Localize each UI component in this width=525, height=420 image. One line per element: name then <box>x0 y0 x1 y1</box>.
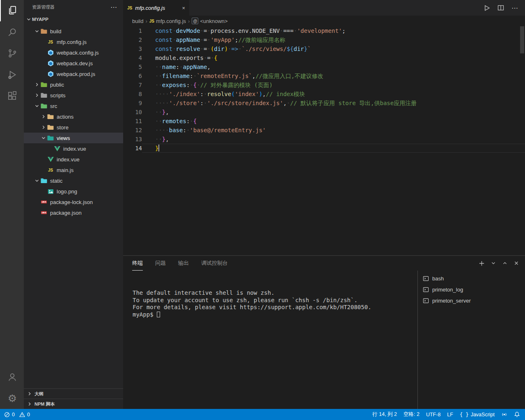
tree-item-package.json[interactable]: package.json <box>24 207 123 218</box>
code-line-13[interactable]: 13··}, <box>123 135 525 144</box>
tab-label: mfp.config.js <box>135 5 165 11</box>
tree-item-src[interactable]: src <box>24 101 123 111</box>
section-npm-scripts[interactable]: NPM 脚本 <box>24 399 123 409</box>
section-outline[interactable]: 大纲 <box>24 388 123 399</box>
line-content: ··remotes:·{ <box>142 117 525 126</box>
tree-item-build[interactable]: build <box>24 26 123 37</box>
tree-item-label: index.vue <box>57 156 80 163</box>
js-icon: JS <box>47 168 54 172</box>
breadcrumb-item-file[interactable]: JS mfp.config.js <box>149 18 186 24</box>
code-line-12[interactable]: 12····base:·'base@/remoteEntry.js' <box>123 126 525 135</box>
language-mode[interactable]: { } JavaScript <box>460 412 495 418</box>
code-line-3[interactable]: 3const·resolve·=·(dir)·=>·`./src/views/$… <box>123 44 525 53</box>
terminal-prompt: myApp$ <box>133 311 157 318</box>
breadcrumb-item-symbol[interactable]: @ <unknown> <box>192 18 227 24</box>
panel-tab-输出[interactable]: 输出 <box>178 256 189 271</box>
tree-item-views[interactable]: views <box>24 133 123 143</box>
code-line-6[interactable]: 6··filename:·`remoteEntry.js`,//微应用入口,不建… <box>123 71 525 80</box>
code-line-10[interactable]: 10··}, <box>123 108 525 117</box>
gear-icon: ⚙ <box>8 393 17 404</box>
terminal-instance-bash[interactable]: bash <box>418 273 525 284</box>
terminal-dropdown-icon[interactable] <box>491 260 496 266</box>
scrollbar-thumb[interactable] <box>520 26 524 53</box>
tree-item-public[interactable]: public <box>24 79 123 90</box>
tree-item-label: build <box>50 28 61 34</box>
folder-src-icon <box>40 103 48 109</box>
tree-item-webpack.dev.js[interactable]: webpack.dev.js <box>24 58 123 69</box>
tree-item-index.vue[interactable]: index.vue <box>24 154 123 165</box>
tree-item-store[interactable]: store <box>24 122 123 133</box>
tree-item-package-lock.json[interactable]: package-lock.json <box>24 197 123 207</box>
bottom-panel: 终端问题输出调试控制台 <box>123 255 525 409</box>
problems-status[interactable]: 0 0 <box>4 412 30 418</box>
tree-item-webpack.config.js[interactable]: webpack.config.js <box>24 47 123 58</box>
panel-tab-调试控制台[interactable]: 调试控制台 <box>201 256 228 271</box>
code-line-1[interactable]: 1const·devMode·=·process.env.NODE_ENV·==… <box>123 26 525 35</box>
status-left: 0 0 <box>4 412 30 418</box>
code-editor[interactable]: 1const·devMode·=·process.env.NODE_ENV·==… <box>123 26 525 255</box>
terminal-output[interactable]: The default interactive shell is now zsh… <box>123 271 417 409</box>
tree-item-main.js[interactable]: JSmain.js <box>24 165 123 175</box>
sidebar-item-source-control[interactable] <box>0 43 24 64</box>
folder-static-icon <box>40 178 48 184</box>
tree-item-webpack.prod.js[interactable]: webpack.prod.js <box>24 69 123 79</box>
account-button[interactable] <box>0 366 24 388</box>
explorer-title: 资源管理器 <box>32 4 55 10</box>
breadcrumb-item-build[interactable]: build <box>132 18 143 24</box>
code-line-7[interactable]: 7··exposes:·{·// 对外暴露的模块 (页面) <box>123 80 525 90</box>
code-line-8[interactable]: 8····'./index':·resolve('index'),// inde… <box>123 90 525 99</box>
run-file-button[interactable] <box>483 5 490 11</box>
terminal-instance-label: primeton_log <box>432 287 463 293</box>
editor-scrollbar[interactable] <box>519 26 525 255</box>
line-content: ··}, <box>142 135 525 144</box>
explorer-more-actions-icon[interactable]: ⋯ <box>110 3 117 11</box>
tree-item-label: index.vue <box>63 146 86 152</box>
new-terminal-button[interactable] <box>479 260 485 266</box>
code-line-9[interactable]: 9····'./store':·'./src/store/index.js',·… <box>123 99 525 108</box>
sidebar-item-extensions[interactable] <box>0 85 24 107</box>
terminal-instance-primeton_log[interactable]: primeton_log <box>418 284 525 295</box>
code-line-2[interactable]: 2const·appName·=·'myApp';//微前端应用名称 <box>123 35 525 44</box>
code-line-5[interactable]: 5··name:·appName, <box>123 62 525 71</box>
terminal-icon <box>423 298 429 304</box>
tree-item-logo.png[interactable]: logo.png <box>24 186 123 197</box>
tree-item-scripts[interactable]: scripts <box>24 90 123 101</box>
line-content: ····'./index':·resolve('index'),// index… <box>142 90 525 99</box>
tree-item-index.vue[interactable]: index.vue <box>24 143 123 154</box>
tree-item-mfp.config.js[interactable]: JSmfp.config.js <box>24 37 123 47</box>
editor-actions: ⋯ <box>483 0 525 16</box>
code-line-4[interactable]: 4module.exports·=·{ <box>123 53 525 62</box>
indentation-status[interactable]: 空格: 2 <box>403 411 420 418</box>
feedback-icon[interactable] <box>501 411 507 418</box>
tree-item-actions[interactable]: actions <box>24 111 123 122</box>
panel-tab-终端[interactable]: 终端 <box>132 256 143 271</box>
tab-close-icon[interactable]: × <box>182 5 185 11</box>
tree-item-label: main.js <box>57 167 73 173</box>
cursor-position[interactable]: 行 14, 列 2 <box>372 411 397 418</box>
tree-root-myapp[interactable]: MYAPP <box>24 14 123 24</box>
panel-body: The default interactive shell is now zsh… <box>123 271 525 409</box>
sidebar-item-search[interactable] <box>0 21 24 43</box>
line-number: 7 <box>123 80 142 90</box>
code-line-11[interactable]: 11··remotes:·{ <box>123 117 525 126</box>
sidebar-item-explorer[interactable] <box>0 0 24 21</box>
split-editor-button[interactable] <box>497 5 504 11</box>
more-actions-icon[interactable]: ⋯ <box>511 4 518 12</box>
webpack-icon <box>47 49 54 56</box>
maximize-panel-icon[interactable] <box>502 260 508 266</box>
line-number: 2 <box>123 35 142 44</box>
settings-button[interactable]: ⚙ <box>0 388 24 409</box>
line-content: module.exports·=·{ <box>142 53 525 62</box>
sidebar-item-run-debug[interactable] <box>0 64 24 85</box>
close-panel-icon[interactable] <box>514 260 519 266</box>
tab-mfp-config-js[interactable]: JS mfp.config.js × <box>123 0 190 16</box>
code-line-14[interactable]: 14} <box>123 144 525 153</box>
eol-status[interactable]: LF <box>447 412 453 418</box>
folder-icon <box>47 114 54 119</box>
webpack-icon <box>47 60 54 67</box>
encoding-status[interactable]: UTF-8 <box>426 412 440 418</box>
notifications-bell-icon[interactable] <box>514 411 520 418</box>
tree-item-static[interactable]: static <box>24 175 123 186</box>
panel-tab-问题[interactable]: 问题 <box>155 256 166 271</box>
terminal-instance-primeton_server[interactable]: primeton_server <box>418 295 525 306</box>
